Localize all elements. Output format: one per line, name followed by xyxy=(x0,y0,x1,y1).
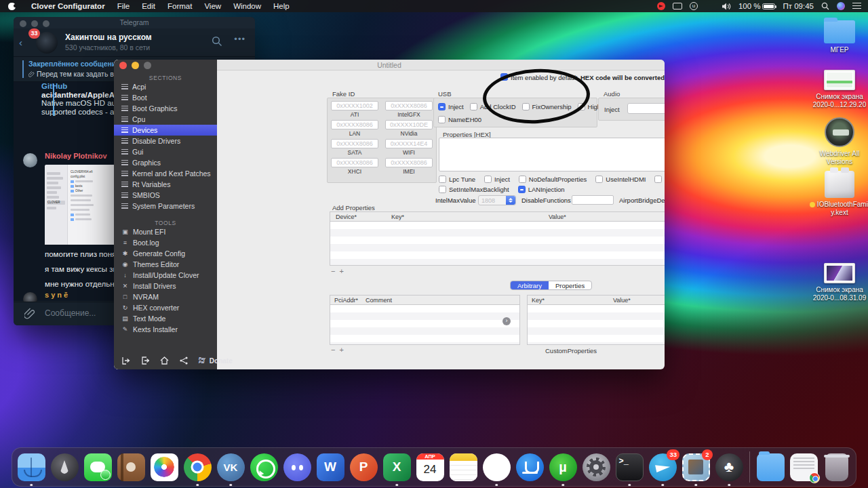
siri-icon[interactable] xyxy=(837,2,845,10)
setintelmaxbacklight-checkbox[interactable]: SetIntelMaxBacklight xyxy=(439,186,509,193)
disablefunctions-input[interactable] xyxy=(572,195,614,205)
home-icon[interactable] xyxy=(160,357,169,365)
menu-app-name[interactable]: Clover Configurator xyxy=(25,2,111,10)
sidebar-item-smbios[interactable]: SMBIOS xyxy=(114,190,217,201)
fake-id-wifi-input[interactable] xyxy=(385,139,433,148)
dock-clover-configurator[interactable]: ♣ xyxy=(714,452,744,482)
dock-calendar[interactable]: АПР24 xyxy=(415,452,445,482)
menu-edit[interactable]: Edit xyxy=(136,2,161,10)
tab-arbitrary[interactable]: Arbitrary xyxy=(511,281,549,289)
back-chevron-icon[interactable]: ‹ xyxy=(19,37,22,48)
desktop-icon-kext[interactable]: IOBluetoothFamily.kext xyxy=(808,171,868,217)
tool-install-update-clover[interactable]: ↓Install/Update Clover xyxy=(114,270,217,281)
add-properties-rows[interactable] xyxy=(330,222,665,265)
dock-launchpad[interactable] xyxy=(50,452,79,482)
menu-window[interactable]: Window xyxy=(227,2,267,10)
dropdown-arrows-icon[interactable] xyxy=(506,196,515,205)
display-status-icon[interactable] xyxy=(673,3,682,9)
useintelhdmi-checkbox[interactable]: UseIntelHDMI xyxy=(595,176,646,183)
telegram-traffic-lights[interactable] xyxy=(20,20,50,27)
custom-properties-rows[interactable] xyxy=(528,305,665,344)
sidebar-item-graphics[interactable]: Graphics xyxy=(114,157,217,168)
dock-terminal[interactable]: >_ xyxy=(614,452,644,482)
fake-id-intelgfx-input[interactable] xyxy=(385,101,433,110)
export-config-icon[interactable] xyxy=(141,357,149,365)
usb-fixownership-checkbox[interactable]: FixOwnership xyxy=(522,103,572,110)
dock-excel[interactable]: X xyxy=(382,452,412,482)
tool-kexts-installer[interactable]: ✎Kexts Installer xyxy=(114,324,217,335)
dock-finder[interactable] xyxy=(16,452,46,482)
pciaddr-table-rows[interactable] xyxy=(330,305,519,344)
fake-id-sata-input[interactable] xyxy=(331,139,378,148)
desktop-icon-webdriver[interactable]: Webdriver All Versions xyxy=(808,117,868,166)
intelmaxvalue-dropdown[interactable]: 1808 xyxy=(478,195,516,205)
telegram-title-bar[interactable]: Telegram xyxy=(14,17,255,28)
dock-downloads[interactable] xyxy=(755,452,785,482)
audio-inject-dropdown[interactable] xyxy=(627,103,665,114)
dock-appstore[interactable] xyxy=(515,452,545,482)
notification-center-icon[interactable] xyxy=(852,3,861,9)
tool-mount-efi[interactable]: ▣Mount EFI xyxy=(114,226,217,237)
dock-messages[interactable] xyxy=(83,452,113,482)
sidebar-item-disable-drivers[interactable]: Disable Drivers xyxy=(114,136,217,146)
arbitrary-pciaddr-table[interactable]: PciAddr* Comment xyxy=(330,295,520,345)
dock-photos[interactable] xyxy=(149,452,179,482)
tool-text-mode[interactable]: ▤Text Mode xyxy=(114,313,217,324)
properties-hex-textarea[interactable] xyxy=(439,138,665,171)
tab-properties[interactable]: Properties xyxy=(549,281,591,289)
hdmiinjection-checkbox[interactable]: HDMIInjection xyxy=(654,176,665,183)
dock-telegram[interactable]: 33 xyxy=(648,452,677,482)
transfer-arrow-button[interactable]: › xyxy=(502,317,511,325)
volume-icon[interactable] xyxy=(722,3,731,10)
sidebar-item-system-parameters[interactable]: System Parameters xyxy=(114,201,217,211)
dock-contacts[interactable] xyxy=(116,452,146,482)
chat-menu-icon[interactable]: ••• xyxy=(234,34,245,44)
sidebar-item-gui[interactable]: Gui xyxy=(114,146,217,157)
dock-minimized-window[interactable] xyxy=(789,452,818,482)
sidebar-item-boot-graphics[interactable]: Boot Graphics xyxy=(114,103,217,114)
chat-search-icon[interactable] xyxy=(212,36,222,47)
dock-notes[interactable] xyxy=(448,452,478,482)
message-input[interactable]: Сообщение... xyxy=(45,308,96,318)
import-config-icon[interactable] xyxy=(122,357,130,365)
tool-hex-converter[interactable]: ↻HEX converter xyxy=(114,302,217,313)
paypal-icon[interactable]: Pay Pal xyxy=(199,357,205,364)
attach-paperclip-icon[interactable] xyxy=(24,308,36,319)
dock-mail[interactable]: 2 xyxy=(681,452,711,482)
menu-view[interactable]: View xyxy=(198,2,227,10)
spotlight-icon[interactable] xyxy=(821,2,829,10)
sidebar-item-boot[interactable]: Boot xyxy=(114,92,217,103)
telegram-status-icon[interactable] xyxy=(657,2,665,10)
usb-nameeh00-checkbox[interactable]: NameEH00 xyxy=(438,116,481,123)
fake-id-xhci-input[interactable] xyxy=(331,158,378,167)
input-language-flag-icon[interactable] xyxy=(705,3,715,9)
pciaddr-remove-add-buttons[interactable]: −+ xyxy=(331,346,348,354)
link-preview[interactable]: GitHub acidanthera/AppleALC Native macOS… xyxy=(31,82,125,116)
add-properties-remove-add-buttons[interactable]: −+ xyxy=(331,267,348,275)
tool-boot-log[interactable]: ≡Boot.log xyxy=(114,237,217,248)
sidebar-item-devices[interactable]: Devices xyxy=(114,125,217,136)
dock-chrome[interactable] xyxy=(182,452,212,482)
nodefaultproperties-checkbox[interactable]: NoDefaultProperties xyxy=(519,176,587,183)
sidebar-item-acpi[interactable]: Acpi xyxy=(114,81,217,92)
tool-themes-editor[interactable]: ◉Themes Editor xyxy=(114,259,217,270)
dock-utorrent[interactable]: µ xyxy=(548,452,578,482)
message-photo-finder-screenshot[interactable]: CLOVER CLOVERX64.efi config.plist kexts … xyxy=(45,165,123,245)
add-properties-table[interactable]: Device* Key* Value* Disabled Value Type xyxy=(330,211,665,266)
apple-menu-icon[interactable] xyxy=(8,3,16,10)
telegram-chat-header[interactable]: ‹ 33 Хакинтош на русском 530 участников,… xyxy=(14,28,255,57)
menu-file[interactable]: File xyxy=(111,2,136,10)
arbitrary-custom-properties-table[interactable]: Key* Value* Disabled Value Type xyxy=(527,295,665,345)
dock-system-preferences[interactable] xyxy=(581,452,611,482)
usb-add-clockid-checkbox[interactable]: Add ClockID xyxy=(470,103,516,110)
tool-generate-config[interactable]: ✱Generate Config xyxy=(114,248,217,259)
fake-id-nvidia-input[interactable] xyxy=(385,120,433,129)
sidebar-item-cpu[interactable]: Cpu xyxy=(114,114,217,125)
dock-music[interactable]: ♪ xyxy=(481,452,511,482)
utorrent-status-icon[interactable]: u xyxy=(690,2,698,10)
dock-vk[interactable]: VK xyxy=(216,452,245,482)
sidebar-item-kernel-kext-patches[interactable]: Kernel and Kext Patches xyxy=(114,168,217,179)
menu-help[interactable]: Help xyxy=(267,2,296,10)
laninjection-checkbox[interactable]: LANInjection xyxy=(518,186,565,193)
lpc-tune-checkbox[interactable]: Lpc Tune xyxy=(439,176,475,183)
